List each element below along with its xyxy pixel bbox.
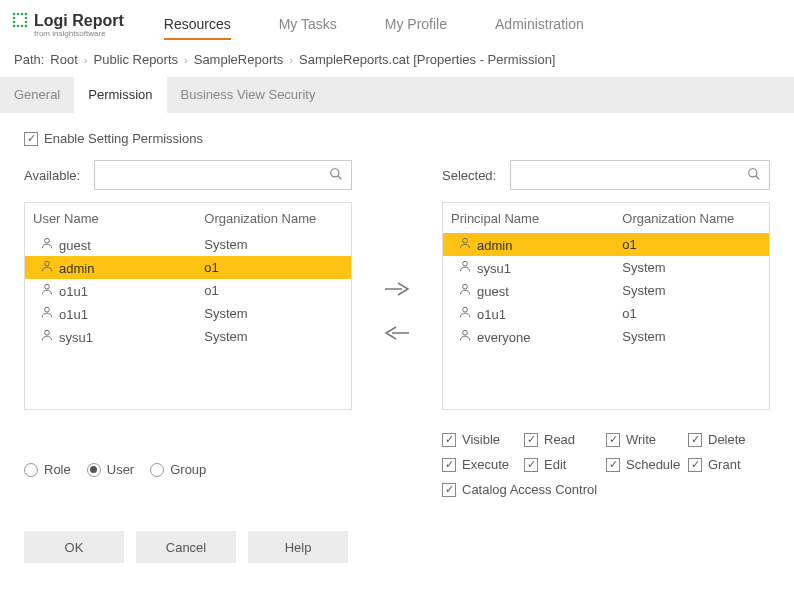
lists-row: Available: User Name Organization Name g… (24, 160, 770, 410)
perm-label: Read (544, 432, 575, 447)
perm-label: Delete (708, 432, 746, 447)
available-col-name: User Name (25, 211, 204, 226)
svg-point-21 (749, 168, 757, 176)
svg-point-11 (25, 25, 28, 28)
available-search-box (94, 160, 352, 190)
logo-icon (12, 12, 30, 30)
radio-label-role: Role (44, 462, 71, 477)
tab-bar: GeneralPermissionBusiness View Security (0, 77, 794, 113)
available-org: System (204, 329, 351, 344)
svg-point-10 (21, 25, 24, 28)
available-row[interactable]: guestSystem (25, 233, 351, 256)
chevron-right-icon: › (289, 54, 293, 66)
svg-point-8 (13, 25, 16, 28)
breadcrumb-item[interactable]: Public Reports (94, 52, 179, 67)
svg-line-22 (756, 175, 760, 179)
logo-subtitle: from insightsoftware (34, 29, 124, 38)
search-icon[interactable] (747, 167, 761, 184)
radio-user[interactable] (87, 463, 101, 477)
perm-catalog-access: Catalog Access Control (442, 482, 770, 497)
selected-org: System (622, 329, 769, 344)
selected-row[interactable]: guestSystem (443, 279, 769, 302)
perm-checkbox-catalog[interactable] (442, 483, 456, 497)
radio-label-user: User (107, 462, 134, 477)
svg-point-9 (17, 25, 20, 28)
svg-point-16 (45, 284, 50, 289)
selected-row[interactable]: everyoneSystem (443, 325, 769, 348)
selected-grid: Principal Name Organization Name admino1… (442, 202, 770, 410)
perm-checkbox-schedule[interactable] (606, 458, 620, 472)
perm-grant: Grant (688, 457, 770, 472)
user-icon (457, 259, 473, 273)
perm-checkbox-execute[interactable] (442, 458, 456, 472)
tab-business-view-security[interactable]: Business View Security (167, 77, 330, 113)
perm-checkbox-grant[interactable] (688, 458, 702, 472)
enable-permissions-row: Enable Setting Permissions (24, 131, 770, 146)
user-icon (39, 305, 55, 319)
available-org: System (204, 237, 351, 252)
radio-group[interactable] (150, 463, 164, 477)
available-name: admin (59, 261, 94, 276)
perm-delete: Delete (688, 432, 770, 447)
breadcrumb-item[interactable]: Root (50, 52, 77, 67)
selected-org: o1 (622, 237, 769, 252)
perm-checkbox-visible[interactable] (442, 433, 456, 447)
help-button[interactable]: Help (248, 531, 348, 563)
svg-point-1 (17, 13, 20, 16)
svg-point-23 (463, 238, 468, 243)
selected-row[interactable]: o1u1o1 (443, 302, 769, 325)
enable-permissions-checkbox[interactable] (24, 132, 38, 146)
perm-label: Catalog Access Control (462, 482, 597, 497)
selected-name: sysu1 (477, 261, 511, 276)
available-grid: User Name Organization Name guestSystema… (24, 202, 352, 410)
transfer-buttons (352, 160, 442, 344)
available-row[interactable]: admino1 (25, 256, 351, 279)
perm-execute: Execute (442, 457, 524, 472)
selected-row[interactable]: admino1 (443, 233, 769, 256)
nav-item-resources[interactable]: Resources (164, 10, 231, 40)
available-row[interactable]: o1u1System (25, 302, 351, 325)
nav-item-administration[interactable]: Administration (495, 10, 584, 40)
app-header: Logi Report from insightsoftware Resourc… (0, 0, 794, 42)
user-icon (457, 236, 473, 250)
perm-label: Grant (708, 457, 741, 472)
selected-search-box (510, 160, 770, 190)
ok-button[interactable]: OK (24, 531, 124, 563)
chevron-right-icon: › (184, 54, 188, 66)
svg-point-25 (463, 284, 468, 289)
nav-item-my-tasks[interactable]: My Tasks (279, 10, 337, 40)
perm-edit: Edit (524, 457, 606, 472)
selected-row[interactable]: sysu1System (443, 256, 769, 279)
perm-label: Write (626, 432, 656, 447)
perm-checkbox-write[interactable] (606, 433, 620, 447)
svg-point-26 (463, 307, 468, 312)
selected-org: o1 (622, 306, 769, 321)
perm-label: Edit (544, 457, 566, 472)
svg-point-0 (13, 13, 16, 16)
perm-checkbox-delete[interactable] (688, 433, 702, 447)
breadcrumb-item[interactable]: SampleReports (194, 52, 284, 67)
tab-general[interactable]: General (0, 77, 74, 113)
move-right-button[interactable] (384, 280, 410, 300)
cancel-button[interactable]: Cancel (136, 531, 236, 563)
available-name: guest (59, 238, 91, 253)
available-org: System (204, 306, 351, 321)
tab-permission[interactable]: Permission (74, 77, 166, 113)
radio-role[interactable] (24, 463, 38, 477)
selected-search-input[interactable] (519, 168, 747, 183)
perm-checkbox-read[interactable] (524, 433, 538, 447)
content-area: Enable Setting Permissions Available: Us… (0, 113, 794, 581)
nav-item-my-profile[interactable]: My Profile (385, 10, 447, 40)
available-name: o1u1 (59, 307, 88, 322)
available-search-input[interactable] (103, 168, 329, 183)
move-left-button[interactable] (384, 324, 410, 344)
search-icon[interactable] (329, 167, 343, 184)
svg-point-17 (45, 307, 50, 312)
svg-point-7 (25, 21, 28, 24)
available-row[interactable]: sysu1System (25, 325, 351, 348)
perm-checkbox-edit[interactable] (524, 458, 538, 472)
user-icon (39, 328, 55, 342)
available-row[interactable]: o1u1o1 (25, 279, 351, 302)
enable-permissions-label: Enable Setting Permissions (44, 131, 203, 146)
available-org: o1 (204, 260, 351, 275)
